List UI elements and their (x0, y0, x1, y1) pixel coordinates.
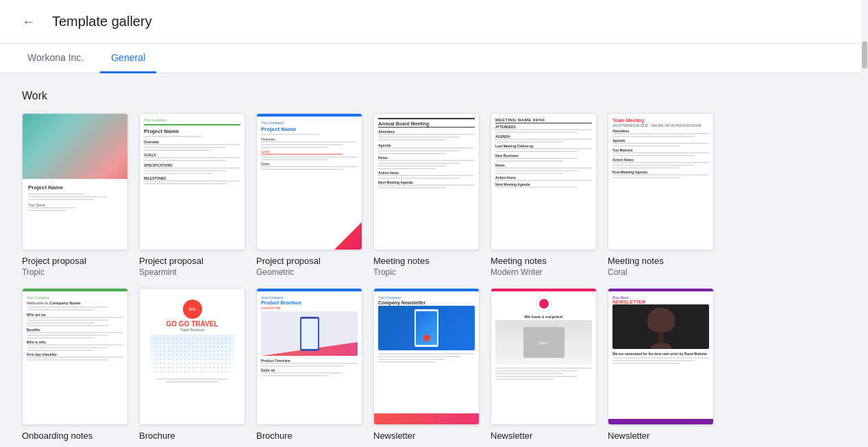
template-thumb-newsletter-geom: Your Company Company Newsletter (373, 288, 480, 425)
template-sub: Modern Writer (139, 442, 245, 443)
back-button[interactable]: ← (16, 8, 41, 35)
template-sub: Geometric (373, 442, 480, 443)
scrollbar[interactable] (861, 0, 868, 447)
template-card-mn-modern[interactable]: MEETING NAME 09/04 ATTENDEES AGENDA Last… (491, 113, 597, 277)
template-card-mn-coral[interactable]: Team Meeting AN AFTERNOON 2020 · ONLINE … (608, 113, 714, 277)
template-sub: Plum (608, 442, 714, 443)
template-name: Newsletter (491, 431, 597, 441)
template-card-mn-tropic[interactable]: Annual Board Meeting Attendees Agenda (373, 113, 480, 277)
page-title: Template gallery (52, 14, 152, 29)
section-title-work: Work (22, 90, 846, 102)
template-name: Brochure (139, 431, 245, 441)
template-sub: Spearmint (22, 442, 128, 443)
template-card-onboarding[interactable]: Your Company Welcome to Company Name Who… (22, 288, 128, 443)
template-name: Project proposal (139, 256, 245, 266)
template-thumb-mn-coral: Team Meeting AN AFTERNOON 2020 · ONLINE … (608, 113, 714, 250)
template-sub: Geometric (256, 442, 362, 443)
template-card-newsletter-plum[interactable]: Blue Band NEWSLETTER We are nominated fo… (608, 288, 714, 443)
template-sub: Tropic (22, 267, 128, 277)
template-thumb-newsletter-lively: We have a surprise! photo (491, 288, 597, 425)
template-name: Newsletter (608, 431, 714, 441)
template-name: Project proposal (22, 256, 128, 266)
template-card-newsletter-lively[interactable]: We have a surprise! photo (491, 288, 597, 443)
template-sub: Spearmint (139, 267, 245, 277)
template-card-pp-tropic[interactable]: Project Name Your Name Project proposal … (22, 113, 128, 277)
template-grid-work: Project Name Your Name Project proposal … (22, 113, 846, 277)
template-sub: Tropic (373, 267, 480, 277)
template-name: Meeting notes (491, 256, 597, 266)
template-name: Newsletter (373, 431, 480, 441)
tab-workona[interactable]: Workona Inc. (16, 44, 95, 73)
template-card-brochure-geom[interactable]: Your Company Product Brochure overview t… (256, 288, 362, 443)
template-card-newsletter-geom[interactable]: Your Company Company Newsletter (373, 288, 480, 443)
template-name: Project proposal (256, 256, 362, 266)
template-thumb-pp-geometric: Your Company Project Name Overview Goals… (256, 113, 362, 250)
template-card-pp-spearmint[interactable]: Your Company Project Name Overview GOALS… (139, 113, 245, 277)
scrollbar-thumb[interactable] (862, 41, 867, 69)
template-name: Onboarding notes (22, 431, 128, 441)
template-thumb-pp-spearmint: Your Company Project Name Overview GOALS… (139, 113, 245, 250)
template-thumb-onboarding: Your Company Welcome to Company Name Who… (22, 288, 128, 425)
template-thumb-mn-tropic: Annual Board Meeting Attendees Agenda (373, 113, 480, 250)
template-name: Meeting notes (608, 256, 714, 266)
template-sub: Modern Writer (491, 267, 597, 277)
template-sub: Lively (491, 442, 597, 443)
template-thumb-newsletter-plum: Blue Band NEWSLETTER We are nominated fo… (608, 288, 714, 425)
template-name: Brochure (256, 431, 362, 441)
content-area: Work Project Name Your Name (0, 73, 868, 443)
header: ← Template gallery (0, 0, 868, 44)
template-card-pp-geometric[interactable]: Your Company Project Name Overview Goals… (256, 113, 362, 277)
template-thumb-brochure-geom: Your Company Product Brochure overview t… (256, 288, 362, 425)
template-thumb-brochure-go: GO GO GO TRAVEL Travel Brochure (139, 288, 245, 425)
tab-bar: Workona Inc. General (0, 44, 868, 73)
template-name: Meeting notes (373, 256, 480, 266)
template-thumb-mn-modern: MEETING NAME 09/04 ATTENDEES AGENDA Last… (491, 113, 597, 250)
template-thumb-pp-tropic: Project Name Your Name (22, 113, 128, 250)
template-sub: Geometric (256, 267, 362, 277)
template-grid-other: Your Company Welcome to Company Name Who… (22, 288, 846, 443)
template-sub: Coral (608, 267, 714, 277)
template-card-brochure-go[interactable]: GO GO GO TRAVEL Travel Brochure Brochure… (139, 288, 245, 443)
tab-general[interactable]: General (100, 44, 156, 73)
back-icon: ← (22, 14, 36, 29)
